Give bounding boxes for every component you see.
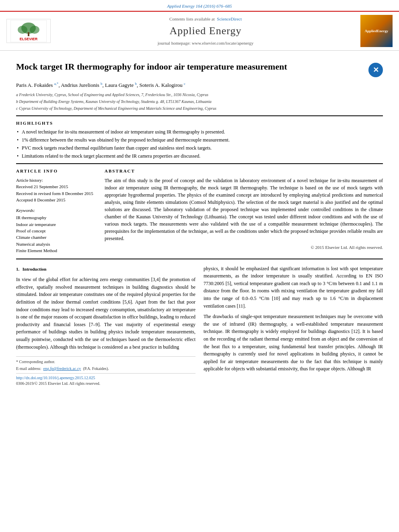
body-left-col: 1. Introduction In view of the global ef… (16, 265, 195, 388)
crossmark-circle: ✕ (368, 63, 383, 77)
received-date: Received 21 September 2015 (16, 183, 97, 190)
article-info-col: ARTICLE INFO Article history: Received 2… (16, 168, 97, 254)
abstract-text: The aim of this study is the proof of co… (105, 177, 383, 242)
intro-para1: In view of the global effort for achievi… (16, 276, 195, 351)
highlights-label: HIGHLIGHTS (16, 120, 383, 126)
keywords-section: Keywords: IR thermography Indoor air tem… (16, 207, 97, 254)
highlights-section: HIGHLIGHTS A novel technique for in-situ… (16, 120, 383, 160)
keyword-5: Numerical analysis (16, 241, 97, 247)
svg-point-2 (18, 26, 27, 34)
svg-text:ELSEVIER: ELSEVIER (20, 37, 38, 41)
divider-2 (16, 163, 383, 164)
body-right-col: physics, it should be emphasized that si… (204, 265, 383, 388)
history-label: Article history: (16, 177, 97, 184)
email-link[interactable]: eng.fp@frederick.ac.cy (43, 366, 81, 371)
svg-rect-4 (28, 32, 29, 36)
keywords-label: Keywords: (16, 207, 97, 214)
article-title-block: Mock target IR thermography for indoor a… (16, 61, 383, 77)
journal-homepage: journal homepage: www.elsevier.com/locat… (55, 40, 356, 46)
journal-citation: Applied Energy 164 (2016) 676–685 (0, 0, 399, 11)
footer-divider (16, 373, 195, 374)
keyword-2: Indoor air temperature (16, 222, 97, 228)
info-abstract-section: ARTICLE INFO Article history: Received 2… (16, 168, 383, 254)
divider-3 (16, 259, 383, 259)
body-columns: 1. Introduction In view of the global ef… (16, 265, 383, 388)
science-direct-link[interactable]: ScienceDirect (217, 16, 242, 21)
keyword-6: Finite Element Method (16, 248, 97, 254)
main-content: Mock target IR thermography for indoor a… (0, 51, 399, 396)
affiliation-b: b Department of Building Energy Systems,… (16, 99, 383, 105)
journal-header-center: Contents lists available at ScienceDirec… (55, 16, 356, 46)
affiliation-a: a Frederick University, Cyprus, School o… (16, 92, 383, 98)
elsevier-logo: ELSEVIER (6, 19, 51, 43)
applied-energy-badge: AppliedEnergy (360, 15, 393, 47)
article-title-text: Mock target IR thermography for indoor a… (16, 61, 364, 73)
issn-note: 0306-2619/© 2015 Elsevier Ltd. All right… (16, 381, 195, 386)
highlight-item-3: PVC mock targets reached thermal equilib… (16, 145, 383, 152)
intro-para3: The drawbacks of single-spot temperature… (204, 313, 383, 373)
divider-1 (16, 115, 383, 116)
keyword-1: IR thermography (16, 215, 97, 221)
affiliation-c: c Cyprus University of Technology, Depar… (16, 105, 383, 111)
corresponding-author-note: * Corresponding author. (16, 359, 195, 365)
journal-header-band: ELSEVIER Contents lists available at Sci… (0, 11, 399, 51)
journal-title: Applied Energy (55, 24, 356, 38)
abstract-label: ABSTRACT (105, 168, 383, 174)
contents-available: Contents lists available at ScienceDirec… (55, 16, 356, 22)
highlight-item-1: A novel technique for in-situ measuremen… (16, 129, 383, 136)
email-note: E-mail address: eng.fp@frederick.ac.cy (… (16, 366, 195, 372)
highlight-item-2: 1% difference between the results was ob… (16, 137, 383, 144)
highlight-item-4: Limitations related to the mock target p… (16, 153, 383, 160)
keyword-3: Proof of concept (16, 228, 97, 234)
crossmark-badge: ✕ (368, 63, 383, 77)
footer-section: * Corresponding author. E-mail address: … (16, 356, 195, 386)
keyword-4: Climate chamber (16, 234, 97, 240)
doi-link[interactable]: http://dx.doi.org/10.1016/j.apenergy.201… (16, 375, 195, 381)
highlights-list: A novel technique for in-situ measuremen… (16, 129, 383, 159)
intro-heading: 1. Introduction (16, 265, 195, 273)
affiliations-block: a Frederick University, Cyprus, School o… (16, 92, 383, 111)
copyright: © 2015 Elsevier Ltd. All rights reserved… (105, 244, 383, 251)
elsevier-logo-svg: ELSEVIER (10, 20, 47, 42)
article-history: Article history: Received 21 September 2… (16, 177, 97, 203)
intro-para2: physics, it should be emphasized that si… (204, 265, 383, 310)
abstract-col: ABSTRACT The aim of this study is the pr… (105, 168, 383, 254)
svg-point-3 (30, 26, 39, 34)
revised-date: Received in revised form 8 December 2015 (16, 190, 97, 197)
article-info-label: ARTICLE INFO (16, 168, 97, 174)
authors-line: Paris A. Fokaides a,*, Andrius Jurelioni… (16, 81, 383, 89)
accepted-date: Accepted 8 December 2015 (16, 197, 97, 203)
